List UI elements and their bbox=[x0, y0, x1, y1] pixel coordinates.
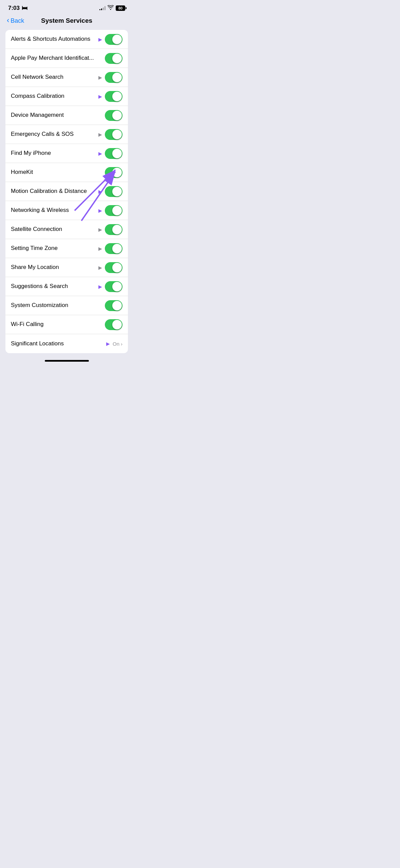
home-indicator bbox=[45, 360, 89, 362]
row-right-homekit bbox=[105, 167, 122, 178]
location-icon-alerts-shortcuts: ▶ bbox=[98, 37, 102, 42]
row-homekit[interactable]: HomeKit bbox=[5, 163, 128, 182]
location-icon-setting-time-zone: ▶ bbox=[98, 246, 102, 251]
toggle-satellite-connection[interactable] bbox=[105, 224, 122, 235]
on-chevron-significant-locations: On › bbox=[113, 341, 122, 347]
row-right-emergency-calls: ▶ bbox=[98, 129, 122, 140]
toggle-knob-apple-pay bbox=[112, 54, 122, 63]
row-share-my-location[interactable]: Share My Location ▶ bbox=[5, 258, 128, 277]
row-right-apple-pay bbox=[105, 53, 122, 64]
toggle-alerts-shortcuts[interactable] bbox=[105, 34, 122, 45]
row-right-device-management bbox=[105, 110, 122, 121]
location-icon-suggestions-search: ▶ bbox=[98, 284, 102, 289]
signal-bar-2 bbox=[101, 8, 102, 10]
row-label-alerts-shortcuts: Alerts & Shortcuts Automations bbox=[11, 35, 98, 43]
row-right-cell-network: ▶ bbox=[98, 72, 122, 83]
page-wrapper: 7:03 🛏 80 bbox=[0, 0, 133, 365]
row-label-significant-locations: Significant Locations bbox=[11, 340, 106, 347]
row-setting-time-zone[interactable]: Setting Time Zone ▶ bbox=[5, 239, 128, 258]
row-apple-pay[interactable]: Apple Pay Merchant Identificat... bbox=[5, 49, 128, 68]
row-system-customization[interactable]: System Customization bbox=[5, 296, 128, 315]
row-label-networking-wireless: Networking & Wireless bbox=[11, 206, 98, 214]
row-right-networking-wireless: ▶ bbox=[98, 205, 122, 216]
toggle-networking-wireless[interactable] bbox=[105, 205, 122, 216]
row-label-motion-calibration: Motion Calibration & Distance bbox=[11, 187, 98, 195]
row-label-wifi-calling: Wi-Fi Calling bbox=[11, 321, 105, 328]
row-motion-calibration[interactable]: Motion Calibration & Distance ▶ bbox=[5, 182, 128, 201]
toggle-find-my-iphone[interactable] bbox=[105, 148, 122, 159]
location-icon-significant-locations: ▶ bbox=[106, 341, 110, 346]
row-right-significant-locations: ▶ On › bbox=[106, 341, 122, 347]
row-find-my-iphone[interactable]: Find My iPhone ▶ bbox=[5, 144, 128, 163]
toggle-suggestions-search[interactable] bbox=[105, 281, 122, 292]
row-right-suggestions-search: ▶ bbox=[98, 281, 122, 292]
status-icons: 80 bbox=[99, 5, 125, 11]
row-networking-wireless[interactable]: Networking & Wireless ▶ bbox=[5, 201, 128, 220]
row-label-emergency-calls: Emergency Calls & SOS bbox=[11, 130, 98, 138]
toggle-knob-system-customization bbox=[112, 301, 122, 310]
signal-bar-3 bbox=[103, 7, 104, 10]
row-right-compass-calibration: ▶ bbox=[98, 91, 122, 102]
row-right-share-my-location: ▶ bbox=[98, 262, 122, 273]
row-right-find-my-iphone: ▶ bbox=[98, 148, 122, 159]
toggle-knob-cell-network bbox=[112, 73, 122, 82]
status-time: 7:03 🛏 bbox=[8, 5, 27, 12]
toggle-knob-emergency-calls bbox=[112, 130, 122, 139]
toggle-motion-calibration[interactable] bbox=[105, 186, 122, 197]
row-right-wifi-calling bbox=[105, 319, 122, 330]
row-label-system-customization: System Customization bbox=[11, 302, 105, 309]
row-alerts-shortcuts[interactable]: Alerts & Shortcuts Automations ▶ bbox=[5, 30, 128, 49]
toggle-emergency-calls[interactable] bbox=[105, 129, 122, 140]
back-chevron-icon: ‹ bbox=[7, 17, 9, 24]
row-label-apple-pay: Apple Pay Merchant Identificat... bbox=[11, 54, 105, 62]
battery-icon: 80 bbox=[116, 5, 125, 11]
toggle-knob-alerts-shortcuts bbox=[112, 35, 122, 44]
row-suggestions-search[interactable]: Suggestions & Search ▶ bbox=[5, 277, 128, 296]
location-icon-networking-wireless: ▶ bbox=[98, 208, 102, 213]
toggle-cell-network[interactable] bbox=[105, 72, 122, 83]
toggle-system-customization[interactable] bbox=[105, 300, 122, 311]
back-button[interactable]: ‹ Back bbox=[7, 17, 24, 24]
row-label-satellite-connection: Satellite Connection bbox=[11, 225, 98, 233]
row-label-device-management: Device Management bbox=[11, 111, 105, 119]
toggle-knob-networking-wireless bbox=[112, 206, 122, 215]
toggle-compass-calibration[interactable] bbox=[105, 91, 122, 102]
row-right-alerts-shortcuts: ▶ bbox=[98, 34, 122, 45]
row-label-share-my-location: Share My Location bbox=[11, 264, 98, 271]
page-title: System Services bbox=[41, 17, 92, 24]
chevron-right-icon: › bbox=[121, 341, 122, 347]
location-icon-satellite-connection: ▶ bbox=[98, 227, 102, 232]
row-right-motion-calibration: ▶ bbox=[98, 186, 122, 197]
on-label: On bbox=[113, 341, 119, 347]
toggle-knob-share-my-location bbox=[112, 263, 122, 272]
row-label-find-my-iphone: Find My iPhone bbox=[11, 149, 98, 157]
toggle-homekit[interactable] bbox=[105, 167, 122, 178]
location-icon-share-my-location: ▶ bbox=[98, 265, 102, 270]
row-right-system-customization bbox=[105, 300, 122, 311]
row-satellite-connection[interactable]: Satellite Connection ▶ bbox=[5, 220, 128, 239]
row-device-management[interactable]: Device Management bbox=[5, 106, 128, 125]
toggle-share-my-location[interactable] bbox=[105, 262, 122, 273]
row-cell-network[interactable]: Cell Network Search ▶ bbox=[5, 68, 128, 87]
bed-icon: 🛏 bbox=[22, 5, 27, 12]
row-compass-calibration[interactable]: Compass Calibration ▶ bbox=[5, 87, 128, 106]
row-label-suggestions-search: Suggestions & Search bbox=[11, 283, 98, 290]
row-emergency-calls[interactable]: Emergency Calls & SOS ▶ bbox=[5, 125, 128, 144]
toggle-wifi-calling[interactable] bbox=[105, 319, 122, 330]
row-wifi-calling[interactable]: Wi-Fi Calling bbox=[5, 315, 128, 334]
row-label-homekit: HomeKit bbox=[11, 168, 105, 176]
row-label-compass-calibration: Compass Calibration bbox=[11, 92, 98, 100]
settings-list: Alerts & Shortcuts Automations ▶ Apple P… bbox=[5, 30, 128, 353]
row-label-cell-network: Cell Network Search bbox=[11, 73, 98, 81]
status-bar: 7:03 🛏 80 bbox=[0, 0, 133, 14]
settings-container: Alerts & Shortcuts Automations ▶ Apple P… bbox=[0, 30, 133, 353]
toggle-device-management[interactable] bbox=[105, 110, 122, 121]
toggle-setting-time-zone[interactable] bbox=[105, 243, 122, 254]
location-icon-emergency-calls: ▶ bbox=[98, 132, 102, 137]
toggle-knob-wifi-calling bbox=[112, 320, 122, 329]
location-icon-motion-calibration: ▶ bbox=[98, 189, 102, 194]
row-label-setting-time-zone: Setting Time Zone bbox=[11, 245, 98, 252]
row-right-satellite-connection: ▶ bbox=[98, 224, 122, 235]
toggle-apple-pay[interactable] bbox=[105, 53, 122, 64]
row-significant-locations[interactable]: Significant Locations ▶ On › bbox=[5, 334, 128, 353]
